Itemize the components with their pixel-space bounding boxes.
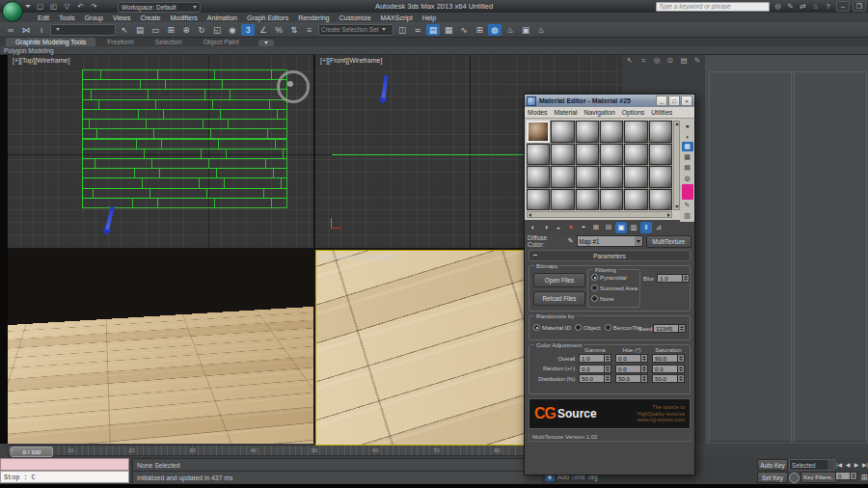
radio-pyramidal[interactable]: Pyramidal [591, 274, 627, 281]
material-editor-icon[interactable]: ◍ [488, 24, 502, 36]
viewport-perspective[interactable] [8, 250, 313, 444]
menu-customize[interactable]: Customize [334, 14, 375, 21]
distribution-gamma-spinner[interactable]: 50.0 [579, 374, 611, 383]
ribbon-tab-graphite-modeling-tools[interactable]: Graphite Modeling Tools [6, 38, 95, 46]
radio-none[interactable]: None [591, 295, 614, 302]
video-color-check-icon[interactable]: ▤ [682, 163, 693, 173]
material-sample-slot[interactable] [624, 189, 647, 211]
open-files-button[interactable]: Open Files [533, 273, 585, 287]
random-hue-spinner[interactable]: 0.0 [615, 365, 648, 373]
home-icon[interactable]: ⌂ [810, 1, 821, 12]
material-sample-slot[interactable] [527, 144, 550, 166]
viewport-front-label[interactable]: [+][Front][Wireframe] [320, 57, 382, 64]
material-sample-slot[interactable] [624, 166, 647, 188]
snaps-toggle-icon[interactable]: 3 [241, 24, 255, 36]
map-name-dropdown[interactable]: Map #1 [577, 235, 643, 247]
subscription-icon[interactable]: ✎ [785, 1, 796, 12]
material-sample-slot[interactable] [527, 121, 550, 143]
me-maximize-button[interactable]: □ [668, 95, 680, 106]
sample-vertical-scrollbar[interactable] [673, 121, 680, 210]
material-sample-slot[interactable] [600, 189, 623, 211]
align-icon[interactable]: ≍ [411, 24, 424, 36]
spinner-field[interactable]: 0.0 [615, 354, 641, 363]
current-frame-spinner[interactable]: 0 [835, 472, 857, 480]
auto-key-button[interactable]: Auto Key [757, 459, 788, 471]
spinner-snap-icon[interactable]: ⇅ [287, 24, 301, 36]
key-filters-button[interactable]: Key Filters... [800, 472, 839, 483]
menu-animation[interactable]: Animation [203, 14, 242, 21]
material-id-channel-icon[interactable]: ⊟ [603, 222, 614, 233]
material-sample-slot[interactable] [649, 144, 672, 166]
layer-manager-icon[interactable]: ▤ [426, 24, 440, 36]
me-menu-utilities[interactable]: Utilities [651, 109, 672, 116]
spinner-field[interactable]: 0.0 [579, 365, 605, 373]
menu-graph-editors[interactable]: Graph Editors [242, 14, 293, 21]
material-sample-slot[interactable] [527, 166, 550, 188]
select-by-name-icon[interactable]: ▤ [133, 24, 147, 36]
get-material-icon[interactable]: ◐ [528, 222, 539, 233]
me-close-button[interactable]: × [681, 95, 692, 106]
nav-pan-icon[interactable]: ⊞ [860, 472, 868, 483]
menu-help[interactable]: Help [418, 14, 441, 21]
menu-modifiers[interactable]: Modifiers [165, 14, 202, 21]
rendered-frame-icon[interactable]: ▣ [519, 24, 532, 36]
ribbon-tab-object-paint[interactable]: Object Paint [194, 38, 249, 46]
spinner-field[interactable]: 0.0 [615, 365, 641, 373]
background-icon[interactable]: ▦ [682, 142, 693, 151]
reset-map-icon[interactable]: × [565, 222, 577, 233]
material-map-navigator-icon[interactable]: ▥ [682, 211, 693, 221]
maxscript-mini-listener-macro[interactable] [0, 458, 129, 471]
me-menu-material[interactable]: Material [554, 109, 577, 116]
material-sample-slot[interactable] [600, 144, 623, 166]
options-icon[interactable]: ▮ [682, 184, 693, 200]
spinner-field[interactable]: 1.0 [579, 354, 605, 363]
material-sample-slot[interactable] [600, 121, 623, 143]
named-selection-sets-icon[interactable]: ≡ [303, 24, 316, 36]
set-key-button[interactable]: Set Key [757, 472, 788, 483]
percent-snap-icon[interactable]: % [272, 24, 285, 36]
material-editor-titlebar[interactable]: Material Editor - Material #25 _ □ × [525, 95, 694, 107]
ribbon-tab-freeform[interactable]: Freeform [97, 38, 144, 46]
graphite-ribbon-icon[interactable]: ▦ [442, 24, 455, 36]
material-sample-slot[interactable] [576, 144, 599, 166]
schematic-view-icon[interactable]: ⊞ [473, 24, 486, 36]
utilities-tab-icon[interactable]: ✎ [692, 55, 703, 66]
viewport-camera-label[interactable]: [+][Camera001][Shaded] [321, 254, 394, 260]
communication-icon[interactable]: ⇄ [798, 1, 808, 12]
create-tab-icon[interactable]: ↖ [624, 55, 636, 66]
make-preview-icon[interactable]: ◍ [682, 174, 693, 183]
ribbon-tab-selection[interactable]: Selection [146, 38, 192, 46]
go-to-parent-icon[interactable]: ‖ [640, 222, 652, 233]
material-sample-slot[interactable] [551, 121, 574, 143]
menu-rendering[interactable]: Rendering [293, 14, 334, 21]
seed-value[interactable]: 12345 [653, 324, 679, 333]
use-pivot-center-icon[interactable]: ◉ [226, 24, 239, 36]
material-sample-slot[interactable] [649, 121, 672, 143]
spinner-field[interactable]: 50.0 [579, 374, 605, 383]
go-to-end-icon[interactable]: ▶| [861, 459, 868, 469]
save-file-icon[interactable]: ▽ [62, 1, 72, 12]
me-menu-modes[interactable]: Modes [528, 109, 547, 116]
me-menu-navigation[interactable]: Navigation [584, 109, 615, 116]
material-sample-slot[interactable] [551, 166, 574, 188]
backlight-icon[interactable]: ◗ [682, 131, 693, 141]
multitexture-type-button[interactable]: MultiTexture [646, 235, 692, 248]
reload-files-button[interactable]: Reload Files [533, 291, 585, 306]
material-sample-slot[interactable] [600, 166, 623, 188]
hierarchy-tab-icon[interactable]: ◎ [651, 55, 663, 66]
material-sample-slot[interactable] [649, 189, 672, 211]
spinner-field[interactable]: 50.0 [652, 374, 678, 383]
menu-create[interactable]: Create [135, 14, 165, 21]
make-unique-icon[interactable]: ◓ [578, 222, 589, 233]
render-setup-icon[interactable]: ♨ [503, 24, 517, 36]
workspace-dropdown[interactable]: Workspace: Default [118, 2, 201, 13]
ribbon-overflow-icon[interactable] [258, 40, 274, 46]
curve-editor-icon[interactable]: ∿ [457, 24, 471, 36]
polygon-modeling-panel-label[interactable]: Polygon Modeling [4, 47, 54, 54]
minimize-button[interactable]: – [836, 1, 850, 12]
parameters-rollout-header[interactable]: Parameters [529, 250, 691, 261]
menu-tools[interactable]: Tools [54, 14, 79, 21]
select-and-move-icon[interactable]: ⊕ [179, 24, 193, 36]
distribution-saturation-spinner[interactable]: 50.0 [652, 374, 685, 383]
show-end-result-icon[interactable]: ▥ [628, 222, 639, 233]
